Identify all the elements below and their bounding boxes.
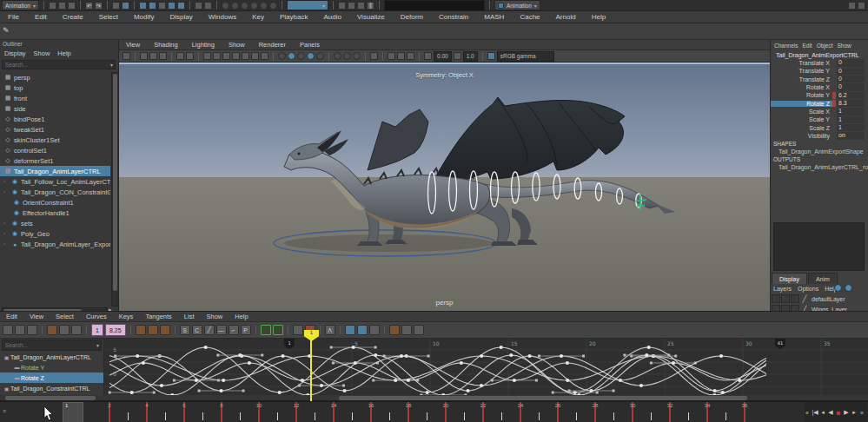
graph-channel-tail_dragon_constraintctrl[interactable]: ▣Tail_Dragon_ConstraintCTRL [0, 383, 103, 393]
menu-deform[interactable]: Deform [393, 13, 431, 21]
plateau-tangents-icon[interactable]: P [241, 325, 251, 335]
center-current-time-icon[interactable] [71, 325, 82, 335]
outliner-item-tail_dragon_animlayer_export[interactable]: ▫●Tail_Dragon_AnimLayer_Export [0, 239, 110, 249]
graph-menu-keys[interactable]: Keys [113, 313, 140, 320]
new-empty-layer-icon[interactable] [834, 284, 842, 292]
spline-tangents-icon[interactable]: S [180, 325, 190, 335]
break-tangents-icon[interactable]: Λ [325, 325, 335, 335]
menu-visualize[interactable]: Visualize [349, 13, 393, 21]
layer-menu-layers[interactable]: Layers [773, 286, 792, 292]
outliner-menu-help[interactable]: Help [57, 49, 70, 57]
channel-menu-channels[interactable]: Channels [774, 43, 798, 49]
anti-aliasing-icon[interactable] [353, 52, 361, 60]
menu-modify[interactable]: Modify [126, 13, 162, 21]
outliner-vertical-scrollbar[interactable] [111, 72, 119, 307]
graph-editor-search-input[interactable] [3, 342, 96, 348]
channel-value[interactable]: 8.3 [837, 100, 865, 107]
select-tool-icon[interactable] [112, 2, 120, 10]
display-alpha-icon[interactable] [260, 2, 268, 10]
snap-to-curve-icon[interactable] [149, 2, 156, 10]
stats-value-field[interactable]: 8.25 [105, 324, 126, 336]
outliner-item-persp[interactable]: ▦persp [0, 72, 110, 82]
expand-toggle-icon[interactable]: ▫ [3, 179, 10, 184]
menu-playback[interactable]: Playback [272, 13, 315, 21]
field-chart-icon[interactable] [388, 52, 395, 60]
go-to-end-button[interactable]: » [858, 410, 865, 416]
outliner-item-side[interactable]: ▦side [0, 103, 110, 114]
anim-layer-mini-icon[interactable]: ≡ [3, 408, 6, 414]
buffer-curve-snapshot-icon[interactable] [293, 325, 303, 335]
camera-attributes-icon[interactable] [140, 52, 148, 60]
stats-time-field[interactable]: 1 [91, 324, 103, 336]
outliner-item-front[interactable]: ▦front [0, 93, 110, 103]
menu-help[interactable]: Help [584, 13, 613, 21]
output-node-name[interactable]: Tail_Dragon_AnimLayerCTRL_rot [771, 163, 868, 171]
pane-layout-c-icon[interactable] [242, 52, 249, 60]
graph-channel-rotate-z[interactable]: ▬Rotate Z [0, 373, 103, 383]
undo-icon[interactable]: ↶ [85, 2, 93, 10]
bookmarks-icon[interactable] [149, 52, 157, 60]
free-tangent-weight-icon[interactable] [357, 325, 368, 335]
time-slider-track[interactable]: 24681012141618202224262830323436 [16, 402, 805, 422]
graph-menu-select[interactable]: Select [50, 313, 80, 320]
pane-layout-b-icon[interactable] [232, 52, 240, 60]
absolute-view-icon[interactable] [15, 325, 25, 335]
image-plane-icon[interactable] [159, 52, 167, 60]
lock-tangent-weight-icon[interactable] [369, 325, 380, 335]
insert-keys-icon[interactable] [136, 325, 146, 335]
menu-create[interactable]: Create [55, 13, 91, 21]
pane-layout-e-icon[interactable] [261, 52, 268, 60]
gamma-toggle-icon[interactable] [454, 52, 461, 60]
viewport-menu-view[interactable]: View [119, 41, 147, 49]
viewport-menu-panels[interactable]: Panels [293, 41, 327, 49]
menu-cache[interactable]: Cache [512, 13, 547, 21]
channel-row-visibility[interactable]: Visibilityon [771, 132, 868, 140]
expand-toggle-icon[interactable]: ▫ [3, 221, 10, 226]
lattice-deform-keys-icon[interactable] [160, 325, 170, 335]
symmetry-toggle-icon[interactable] [357, 2, 365, 10]
expand-toggle-icon[interactable]: ▫ [3, 231, 10, 236]
viewport-menu-show[interactable]: Show [222, 41, 252, 49]
graph-channel-rotate-y[interactable]: ▬Rotate Y [0, 362, 103, 373]
outliner-item-effectorhandle1[interactable]: ◉EffectorHandle1 [0, 208, 110, 218]
layer-visibility-toggle[interactable] [772, 294, 780, 303]
viewport-menu-lighting[interactable]: Lighting [185, 41, 222, 49]
menu-constrain[interactable]: Constrain [431, 13, 476, 21]
channel-row-translate-x[interactable]: Translate X0 [771, 59, 868, 67]
step-forward-frame-button[interactable]: ▸ [851, 409, 858, 416]
use-all-lights-icon[interactable] [307, 52, 315, 60]
viewport-menu-shading[interactable]: Shading [147, 41, 185, 49]
menu-set-dropdown[interactable]: Animation ▾ [2, 0, 39, 10]
outliner-item-tweakset1[interactable]: ◇tweakSet1 [0, 124, 110, 135]
expand-toggle-icon[interactable]: ▫ [3, 189, 10, 195]
outliner-item-poly_geo[interactable]: ▫◉Poly_Geo [0, 228, 110, 239]
exposure-icon[interactable] [269, 2, 277, 10]
tab-display[interactable]: Display [772, 273, 807, 284]
channel-row-translate-y[interactable]: Translate Y0 [771, 67, 868, 75]
frame-playback-range-icon[interactable] [59, 325, 70, 335]
outliner-search-input[interactable] [3, 62, 110, 68]
make-live-icon[interactable] [177, 2, 185, 10]
outliner-menu-display[interactable]: Display [4, 49, 26, 57]
snap-to-grid-icon[interactable] [139, 2, 147, 10]
channel-menu-object[interactable]: Object [817, 43, 833, 49]
channel-value[interactable]: 6.2 [837, 92, 865, 99]
four-pane-layout-icon[interactable] [213, 52, 221, 60]
new-scene-icon[interactable] [49, 2, 56, 10]
selection-mask-dropdown[interactable]: ▾ [287, 0, 328, 10]
redo-icon[interactable]: ↷ [95, 2, 103, 10]
play-forwards-button[interactable]: ▶ [843, 409, 850, 416]
unify-tangents-icon[interactable] [345, 325, 355, 335]
viewport-menu-renderer[interactable]: Renderer [252, 41, 293, 49]
channel-value[interactable]: 0 [837, 59, 865, 66]
shelf-tool-icon[interactable]: ✎ [3, 26, 10, 35]
colorspace-field[interactable]: sRGB gamma [497, 51, 554, 62]
chevron-down-icon[interactable]: ▾ [96, 342, 101, 348]
exposure-field[interactable]: 0.00 [434, 51, 452, 62]
flat-tangents-icon[interactable]: — [216, 325, 227, 335]
channel-row-translate-z[interactable]: Translate Z0 [771, 76, 868, 83]
output-connections-icon[interactable] [204, 2, 212, 10]
camera-lock-icon[interactable] [123, 52, 130, 60]
snap-magnet-icon[interactable] [858, 2, 865, 10]
menu-mash[interactable]: MASH [476, 13, 512, 21]
